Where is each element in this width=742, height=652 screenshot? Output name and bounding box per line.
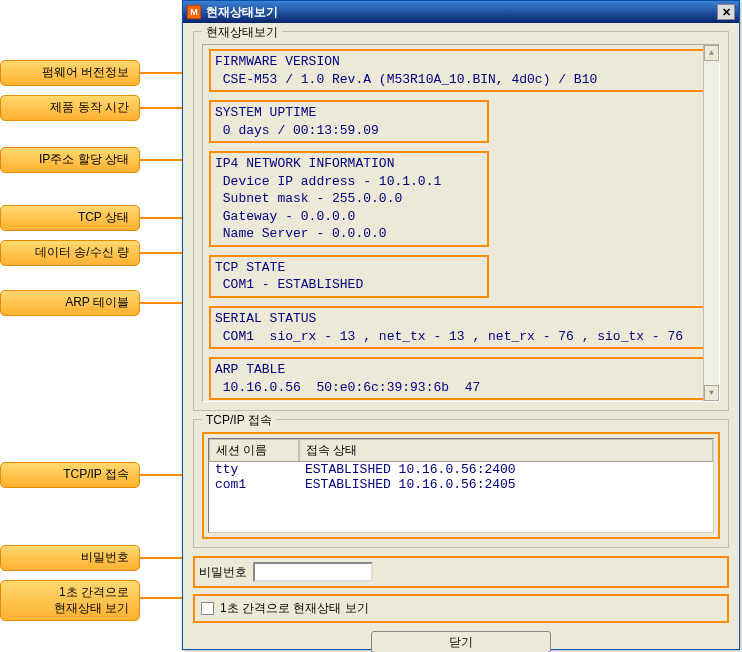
interval-checkbox[interactable] xyxy=(201,602,214,615)
session-status: ESTABLISHED 10.16.0.56:2400 xyxy=(305,462,707,477)
window-body: 현재상태보기 FIRMWARE VERSION CSE-M53 / 1.0 Re… xyxy=(183,23,739,649)
ipinfo-block: IP4 NETWORK INFORMATION Device IP addres… xyxy=(209,151,489,247)
callout-ipinfo: IP주소 할당 상태 xyxy=(0,147,140,173)
tcpip-groupbox: TCP/IP 접속 세션 이름 접속 상태 tty ESTABLISHED 10… xyxy=(193,419,729,548)
session-status: ESTABLISHED 10.16.0.56:2405 xyxy=(305,477,707,492)
close-button[interactable]: 닫기 xyxy=(371,631,551,652)
firmware-block: FIRMWARE VERSION CSE-M53 / 1.0 Rev.A (M5… xyxy=(209,49,715,92)
tcpip-highlight-box: 세션 이름 접속 상태 tty ESTABLISHED 10.16.0.56:2… xyxy=(202,432,720,539)
status-groupbox: 현재상태보기 FIRMWARE VERSION CSE-M53 / 1.0 Re… xyxy=(193,31,729,411)
scroll-down-icon[interactable]: ▼ xyxy=(704,385,719,401)
titlebar[interactable]: M 현재상태보기 ✕ xyxy=(183,1,739,23)
interval-checkbox-label: 1초 간격으로 현재상태 보기 xyxy=(220,600,369,617)
table-row[interactable]: com1 ESTABLISHED 10.16.0.56:2405 xyxy=(209,477,713,492)
callout-tcpstate: TCP 상태 xyxy=(0,205,140,231)
groupbox-label: 현재상태보기 xyxy=(202,24,282,41)
session-name: tty xyxy=(215,462,305,477)
status-pane: FIRMWARE VERSION CSE-M53 / 1.0 Rev.A (M5… xyxy=(202,44,720,402)
interval-section: 1초 간격으로 현재상태 보기 xyxy=(193,594,729,623)
callout-tcpip: TCP/IP 접속 xyxy=(0,462,140,488)
callout-serial: 데이터 송/수신 량 xyxy=(0,240,140,266)
table-header: 세션 이름 접속 상태 xyxy=(209,439,713,462)
password-input[interactable] xyxy=(253,562,373,582)
callout-uptime: 제품 동작 시간 xyxy=(0,95,140,121)
session-name: com1 xyxy=(215,477,305,492)
window-title: 현재상태보기 xyxy=(206,4,278,21)
col-status-header[interactable]: 접속 상태 xyxy=(299,439,713,462)
status-window: M 현재상태보기 ✕ 현재상태보기 FIRMWARE VERSION CSE-M… xyxy=(182,0,740,650)
button-row: 닫기 xyxy=(193,631,729,652)
password-label: 비밀번호 xyxy=(199,564,247,581)
connection-table: 세션 이름 접속 상태 tty ESTABLISHED 10.16.0.56:2… xyxy=(208,438,714,533)
callout-password: 비밀번호 xyxy=(0,545,140,571)
scrollbar[interactable]: ▲ ▼ xyxy=(703,45,719,401)
close-icon[interactable]: ✕ xyxy=(717,4,735,20)
app-icon: M xyxy=(187,5,201,19)
tcpstate-block: TCP STATE COM1 - ESTABLISHED xyxy=(209,255,489,298)
tcpip-groupbox-label: TCP/IP 접속 xyxy=(202,412,276,429)
callout-arp: ARP 테이블 xyxy=(0,290,140,316)
password-section: 비밀번호 xyxy=(193,556,729,588)
callout-firmware: 펌웨어 버전정보 xyxy=(0,60,140,86)
uptime-block: SYSTEM UPTIME 0 days / 00:13:59.09 xyxy=(209,100,489,143)
col-session-header[interactable]: 세션 이름 xyxy=(209,439,299,462)
serial-block: SERIAL STATUS COM1 sio_rx - 13 , net_tx … xyxy=(209,306,715,349)
arp-block: ARP TABLE 10.16.0.56 50:e0:6c:39:93:6b 4… xyxy=(209,357,715,400)
callout-interval: 1초 간격으로 현재상태 보기 xyxy=(0,580,140,621)
scroll-up-icon[interactable]: ▲ xyxy=(704,45,719,61)
table-row[interactable]: tty ESTABLISHED 10.16.0.56:2400 xyxy=(209,462,713,477)
